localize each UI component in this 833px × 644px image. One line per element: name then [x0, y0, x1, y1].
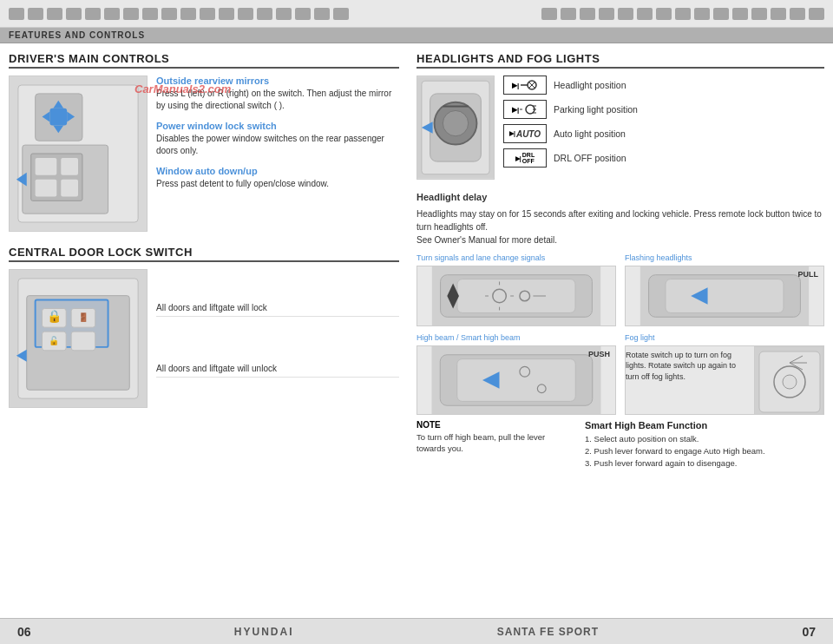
svg-rect-9 [49, 108, 67, 126]
toolbar-right-icons [541, 8, 824, 20]
high-beam-svg [417, 346, 615, 414]
svg-text:🔒: 🔒 [47, 309, 62, 324]
controls-body: Outside rearview mirrors Press L (left) … [9, 76, 399, 232]
grid3-icon[interactable] [694, 8, 710, 20]
window-auto-feature: Window auto down/up Press past detent to… [156, 166, 399, 190]
door-lock-body: 🔒 🚪 🔓 All doors and liftgate will lock A… [9, 269, 399, 408]
mirror-diagram-svg [10, 76, 147, 231]
toolbar [0, 0, 833, 28]
edit-icon[interactable] [219, 8, 234, 20]
central-door-section: CENTRAL DOOR LOCK SWITCH 🔒 [9, 246, 399, 408]
eye-icon[interactable] [104, 8, 120, 20]
copy-icon[interactable] [142, 8, 158, 20]
section-header-bar: FEATURES AND CONTROLS [0, 28, 833, 43]
arrow-back-icon[interactable] [541, 8, 557, 20]
svg-rect-4 [36, 158, 57, 175]
star2-icon[interactable] [713, 8, 729, 20]
auto-pos-icon: ▶|AUTO [503, 124, 547, 143]
signals-row: Turn signals and lane change signals [416, 253, 824, 326]
flashing-headlights-label: Flashing headlights [625, 253, 824, 262]
fog-light-label: Fog light [625, 333, 824, 342]
parking-pos-icon: ▶| [503, 100, 547, 119]
toolbar-left-icons [9, 8, 349, 20]
note-section: NOTE To turn off high beam, pull the lev… [416, 420, 576, 455]
arrow-icon[interactable] [47, 8, 62, 20]
central-door-title: CENTRAL DOOR LOCK SWITCH [9, 246, 399, 262]
unlock-text: All doors and liftgate will unlock [156, 360, 399, 378]
grid-icon[interactable] [238, 8, 253, 20]
svg-rect-61 [457, 358, 576, 401]
svg-point-31 [443, 110, 468, 135]
high-beam-label: High beam / Smart high beam [416, 333, 616, 342]
headlights-section: HEADLIGHTS AND FOG LIGHTS [416, 52, 824, 180]
search-icon[interactable] [180, 8, 196, 20]
fog-light-diagram: Rotate switch up to turn on fog lights. … [625, 345, 824, 415]
power-window-feature: Power window lock switch Disables the po… [156, 121, 399, 157]
lock-icon[interactable] [161, 8, 177, 20]
headlight-options: ▶| Headlight position ▶| [503, 76, 824, 173]
window-auto-desc: Press past detent to fully open/close wi… [156, 178, 399, 190]
push-label: PUSH [588, 350, 610, 358]
svg-rect-7 [61, 180, 78, 197]
smart-hb-title: Smart High Beam Function [585, 420, 824, 430]
share-icon[interactable] [314, 8, 330, 20]
bookmark-icon[interactable] [28, 8, 43, 20]
smart-hb-list: 1. Select auto position on stalk. 2. Pus… [585, 433, 824, 470]
help-icon[interactable] [200, 8, 215, 20]
lock2-icon[interactable] [618, 8, 633, 20]
drivers-controls-section: DRIVER'S MAIN CONTROLS [9, 52, 399, 232]
main-content: DRIVER'S MAIN CONTROLS [0, 43, 833, 614]
fog-light-desc: Rotate switch up to turn on fog lights. … [626, 346, 754, 414]
smart-hb-step-2: 2. Push lever forward to engage Auto Hig… [585, 445, 824, 457]
note-text: To turn off high beam, pull the lever to… [416, 431, 576, 455]
zoom-icon[interactable] [123, 8, 139, 20]
page2-icon[interactable] [675, 8, 691, 20]
info-icon[interactable] [790, 8, 805, 20]
copy2-icon[interactable] [656, 8, 672, 20]
eye2-icon[interactable] [599, 8, 614, 20]
fog-light-svg [755, 347, 823, 415]
doc-icon[interactable] [9, 8, 24, 20]
turn-signals-svg [417, 266, 615, 325]
headlight-pos-label: Headlight position [554, 80, 626, 90]
note-smartbeam-row: NOTE To turn off high beam, pull the lev… [416, 420, 824, 470]
flashing-headlights-diagram: PULL [625, 266, 824, 326]
flag-icon[interactable] [295, 8, 311, 20]
footer-brand: HYUNDAI [234, 626, 294, 638]
beam-row: High beam / Smart high beam PUSH [416, 333, 824, 415]
door-text: All doors and liftgate will lock All doo… [156, 269, 399, 408]
left-column: DRIVER'S MAIN CONTROLS [9, 52, 399, 606]
drl-position-option: ▶|DRLOFF DRL OFF position [503, 148, 824, 168]
headlight-delay-text1: Headlights may stay on for 15 seconds af… [416, 207, 824, 233]
headlights-title: HEADLIGHTS AND FOG LIGHTS [416, 52, 824, 69]
flashing-headlights-svg [626, 266, 823, 325]
headlight-diagram-row: ▶| Headlight position ▶| [416, 76, 824, 180]
footer: 06 HYUNDAI SANTA FE SPORT 07 [0, 618, 833, 644]
smart-hb-step-3: 3. Push lever forward again to disengage… [585, 457, 824, 470]
auto-pos-label: Auto light position [554, 128, 626, 139]
right-column: HEADLIGHTS AND FOG LIGHTS [416, 52, 824, 606]
flashing-headlights-section: Flashing headlights PULL [625, 253, 824, 326]
window-auto-title: Window auto down/up [156, 166, 399, 176]
flag2-icon[interactable] [732, 8, 748, 20]
svg-rect-6 [36, 180, 57, 197]
svg-rect-25 [71, 332, 95, 351]
smart-hb-section: Smart High Beam Function 1. Select auto … [585, 420, 824, 470]
share2-icon[interactable] [751, 8, 767, 20]
settings-icon[interactable] [809, 8, 824, 20]
zoom2-icon[interactable] [637, 8, 653, 20]
grid2-icon[interactable] [580, 8, 595, 20]
cloud-icon[interactable] [66, 8, 82, 20]
comment2-icon[interactable] [771, 8, 786, 20]
drivers-controls-title: DRIVER'S MAIN CONTROLS [9, 52, 399, 69]
headlight-pos-icon: ▶| [503, 76, 547, 95]
page-icon[interactable] [561, 8, 576, 20]
headlight-delay-text2: See Owner's Manual for more detail. [416, 233, 824, 246]
list-icon[interactable] [257, 8, 272, 20]
comment-icon[interactable] [333, 8, 349, 20]
headlight-knob-diagram [416, 76, 495, 180]
headlight-delay-title: Headlight delay [416, 190, 824, 205]
star-icon[interactable] [276, 8, 292, 20]
print-icon[interactable] [85, 8, 101, 20]
door-diagram: 🔒 🚪 🔓 [9, 269, 148, 408]
